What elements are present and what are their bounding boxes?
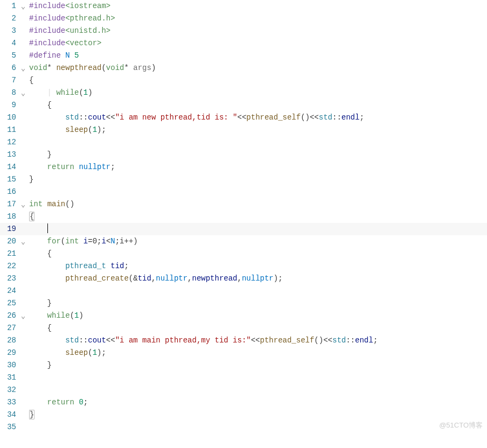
code-content[interactable]: std::cout<<"i am main pthread,my tid is:… [28,334,378,347]
code-line[interactable]: 24 [0,285,487,297]
code-line[interactable]: 15 } [0,173,487,186]
line-number: 31 [0,372,18,384]
code-line[interactable]: 1 ⌄ #include<iostream> [0,0,487,12]
code-content[interactable]: #include<unistd.h> [28,25,110,37]
line-number: 26 [0,310,18,322]
code-line[interactable]: 10 std::cout<<"i am new pthread,tid is: … [0,111,487,124]
code-line[interactable]: 33 return 0; [0,396,487,409]
code-line[interactable]: 2 #include<pthread.h> [0,12,487,25]
line-number: 25 [0,297,18,310]
code-line[interactable]: 35 [0,421,487,433]
code-content[interactable]: #include<iostream> [28,0,110,12]
line-number: 18 [0,211,18,223]
line-number: 23 [0,272,18,285]
code-content[interactable]: } [28,409,34,421]
code-line[interactable]: 32 [0,384,487,396]
code-content[interactable]: { [28,211,34,223]
chevron-down-icon: ⌄ [21,310,25,323]
code-editor[interactable]: 1 ⌄ #include<iostream> 2 #include<pthrea… [0,0,487,433]
line-number: 4 [0,37,18,50]
line-number: 6 [0,62,18,74]
chevron-down-icon: ⌄ [21,236,25,248]
line-number: 8 [0,87,18,99]
code-content[interactable]: { [28,248,52,260]
code-content[interactable]: } [28,149,52,161]
line-number: 11 [0,124,18,136]
line-number: 32 [0,384,18,396]
code-content[interactable]: sleep(1); [28,124,106,136]
code-line[interactable]: 11 sleep(1); [0,124,487,136]
code-line[interactable]: 34 } [0,409,487,421]
code-line[interactable]: 25 } [0,297,487,310]
fold-toggle[interactable]: ⌄ [18,87,28,99]
code-line[interactable]: 27 { [0,322,487,334]
code-content[interactable]: sleep(1); [28,347,106,359]
line-number: 16 [0,186,18,198]
code-line[interactable]: 22 pthread_t tid; [0,260,487,272]
line-number: 35 [0,421,18,433]
code-line[interactable]: 7 { [0,74,487,87]
code-content[interactable]: pthread_t tid; [28,260,129,272]
line-number: 21 [0,248,18,260]
code-content[interactable]: #include<pthread.h> [28,12,115,25]
code-line[interactable]: 26 ⌄ while(1) [0,310,487,322]
code-line[interactable]: 21 { [0,248,487,260]
fold-toggle[interactable]: ⌄ [18,310,28,322]
code-line[interactable]: 31 [0,372,487,384]
code-content[interactable]: } [28,173,33,186]
code-line[interactable]: 8 ⌄ | while(1) [0,87,487,99]
chevron-down-icon: ⌄ [21,1,25,13]
code-content[interactable]: { [28,74,33,87]
code-content[interactable]: std::cout<<"i am new pthread,tid is: "<<… [28,111,364,124]
code-line[interactable]: 28 std::cout<<"i am main pthread,my tid … [0,334,487,347]
code-content[interactable]: while(1) [28,310,84,322]
code-content[interactable]: pthread_create(&tid,nullptr,newpthread,n… [28,272,283,285]
code-line[interactable]: 18 { [0,211,487,223]
code-content[interactable]: for(int i=0;i<N;i++) [28,235,138,248]
code-line[interactable]: 3 #include<unistd.h> [0,25,487,37]
code-line[interactable]: 5 #define N 5 [0,50,487,62]
fold-toggle[interactable]: ⌄ [18,0,28,12]
text-cursor [47,223,48,233]
code-line[interactable]: 20 ⌄ for(int i=0;i<N;i++) [0,235,487,248]
line-number: 15 [0,173,18,186]
code-line[interactable]: 23 pthread_create(&tid,nullptr,newpthrea… [0,272,487,285]
code-content[interactable]: return nullptr; [28,161,115,173]
code-line[interactable]: 12 [0,136,487,149]
code-line[interactable]: 29 sleep(1); [0,347,487,359]
line-number: 33 [0,396,18,409]
code-line[interactable]: 14 return nullptr; [0,161,487,173]
chevron-down-icon: ⌄ [21,199,25,211]
code-content[interactable]: | while(1) [28,87,93,99]
line-number: 28 [0,334,18,347]
code-line[interactable]: 4 #include<vector> [0,37,487,50]
code-line[interactable]: 16 [0,186,487,198]
line-number: 1 [0,0,18,12]
code-line[interactable]: 30 } [0,359,487,372]
line-number: 30 [0,359,18,372]
code-line[interactable]: 6 ⌄ void* newpthread(void* args) [0,62,487,74]
line-number: 34 [0,409,18,421]
code-content[interactable]: void* newpthread(void* args) [28,62,156,74]
fold-toggle[interactable]: ⌄ [18,198,28,211]
fold-toggle[interactable]: ⌄ [18,235,28,248]
code-content[interactable]: return 0; [28,396,88,409]
line-number: 12 [0,136,18,149]
code-content[interactable]: { [28,322,52,334]
fold-toggle[interactable]: ⌄ [18,62,28,74]
line-number: 10 [0,111,18,124]
code-line[interactable]: 9 { [0,99,487,111]
line-number: 2 [0,12,18,25]
code-content[interactable]: #include<vector> [28,37,101,50]
code-line[interactable]: 17 ⌄ int main() [0,198,487,211]
code-content[interactable]: { [28,99,52,111]
code-content[interactable]: int main() [28,198,74,211]
code-content[interactable]: } [28,359,52,372]
code-content[interactable]: #define N 5 [28,50,79,62]
code-line-active[interactable]: 19 [0,223,487,235]
code-content[interactable] [28,223,48,235]
code-line[interactable]: 13 } [0,149,487,161]
code-content[interactable]: } [28,297,52,310]
chevron-down-icon: ⌄ [21,87,25,100]
line-number: 3 [0,25,18,37]
